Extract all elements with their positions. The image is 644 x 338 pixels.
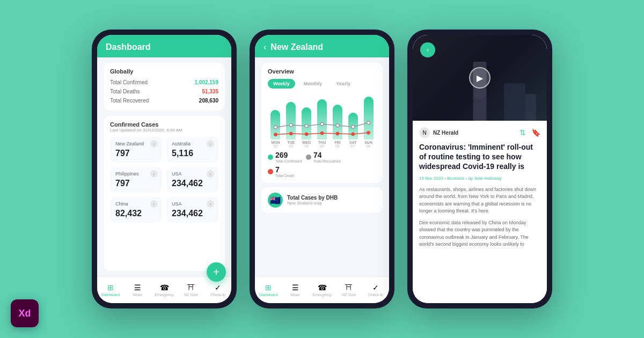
- phone-1-screen: Dashboard Globally Total Confirmed 1,002…: [97, 35, 231, 303]
- day-group-sat: SAT07: [345, 141, 361, 148]
- p2-nav-dashboard[interactable]: ⊞ Dashboard: [255, 283, 282, 297]
- p2-nzgovt-icon: ⛩: [345, 283, 353, 292]
- card-usa1[interactable]: i USA 234,462: [166, 167, 218, 193]
- p3-body2: Dire economic data released by China on …: [419, 219, 540, 248]
- day-num-sun: 08: [367, 144, 371, 148]
- day-group-tue: TUE03: [283, 141, 299, 148]
- p1-confirmed-section: Confirmed Cases Last Updated on 31/03/20…: [104, 116, 225, 271]
- p2-nav-news[interactable]: ☰ News: [282, 283, 309, 297]
- decoration-building: [504, 83, 525, 121]
- card-usa2[interactable]: i USA 234,462: [166, 197, 218, 223]
- day-label-fri: FRI: [334, 141, 340, 144]
- nav-checkin[interactable]: ✓ Check-In: [204, 283, 231, 297]
- p3-back-button[interactable]: ‹: [420, 42, 435, 57]
- p2-back-button[interactable]: ‹: [264, 42, 266, 52]
- p2-nav-news-label: News: [290, 293, 300, 297]
- bar-group-fri: [330, 105, 345, 139]
- share-icon[interactable]: ⇅: [519, 128, 526, 137]
- p2-nav-emergency[interactable]: ☎ Emergency: [309, 283, 335, 297]
- play-button[interactable]: ▶: [469, 67, 491, 89]
- stat-death-item: 7 Total Death: [268, 165, 294, 178]
- nav-nzgovt[interactable]: ⛩ NZ Govt: [178, 283, 204, 297]
- p2-news-icon: ☰: [292, 283, 299, 292]
- day-num-tue: 03: [289, 144, 293, 148]
- bookmark-icon[interactable]: 🔖: [531, 128, 540, 137]
- bar-thu: [317, 99, 327, 139]
- phone-1: Dashboard Globally Total Confirmed 1,002…: [92, 30, 237, 308]
- card-cn[interactable]: i China 82,432: [110, 197, 162, 223]
- card-cn-info-icon: i: [150, 200, 158, 208]
- nzgovt-icon: ⛩: [187, 283, 195, 292]
- card-ph[interactable]: i Philippines 797: [110, 167, 162, 193]
- p1-globally-title: Globally: [110, 68, 218, 75]
- death-dot: [268, 169, 273, 174]
- bar-group-thu: [314, 99, 330, 139]
- p3-image-area: ‹ ▶: [413, 35, 547, 121]
- p3-meta: 15 Mar 2020 • Business • by Julie Hollow…: [419, 176, 540, 181]
- dhb-subtitle: New Zealand map: [287, 201, 338, 205]
- p2-nav-nzgovt-label: NZ Govt: [342, 293, 356, 297]
- stat-confirmed-row: Total Confirmed 1,002,159: [110, 78, 218, 87]
- p1-content: Globally Total Confirmed 1,002,159 Total…: [97, 57, 231, 276]
- nav-news[interactable]: ☰ News: [124, 283, 151, 297]
- p2-chart: MON02TUE03WED04THU05FRI06SAT07SUN08: [268, 94, 376, 148]
- p3-source-left: N NZ Herald: [419, 127, 458, 138]
- p2-nav-emergency-label: Emergency: [312, 293, 331, 297]
- card-usa1-info-icon: i: [207, 170, 214, 178]
- day-group-sun: SUN08: [361, 141, 376, 148]
- p3-headline: Coronavirus: 'Imminent' roll-out of rout…: [419, 142, 540, 172]
- p2-overview-card: Overview Weekly Monthly Yearly MON02TUE0…: [261, 63, 383, 183]
- stat-recovered-item: 74 Total Recovered: [306, 151, 341, 163]
- card-usa1-number: 234,462: [172, 179, 213, 188]
- death-info: 7 Total Death: [275, 165, 294, 178]
- p2-stats-row: 269 Total Confirmed 74 Total Recovered: [268, 151, 376, 163]
- day-label-mon: MON: [271, 141, 280, 144]
- card-au[interactable]: i Australia 5,116: [166, 137, 218, 163]
- emergency-icon: ☎: [160, 283, 169, 292]
- tab-monthly[interactable]: Monthly: [298, 79, 328, 89]
- day-label-tue: TUE: [287, 141, 295, 144]
- day-group-wed: WED04: [299, 141, 314, 148]
- card-au-number: 5,116: [172, 149, 213, 158]
- p2-dhb-card[interactable]: 🇳🇿 Total Cases by DHB New Zealand map: [261, 187, 383, 213]
- card-nz[interactable]: i New Zealand 797: [110, 137, 162, 163]
- bar-group-sun: [361, 97, 376, 139]
- fab-button[interactable]: +: [207, 262, 226, 282]
- phone-3: ‹ ▶ N NZ Herald ⇅ 🔖: [407, 30, 552, 308]
- tab-yearly[interactable]: Yearly: [331, 79, 356, 89]
- recovered-dot: [306, 155, 311, 160]
- bar-sun: [364, 97, 374, 139]
- nav-dashboard[interactable]: ⊞ Dashboard: [97, 283, 124, 297]
- card-usa2-number: 234,462: [172, 209, 213, 218]
- p1-confirmed-title: Confirmed Cases: [110, 121, 218, 128]
- stat-deaths-value: 51,335: [202, 89, 218, 94]
- death-number: 7: [275, 165, 294, 174]
- source-logo: N: [419, 127, 430, 138]
- p1-title: Dashboard: [106, 42, 223, 52]
- bar-group-sat: [345, 113, 361, 139]
- card-cn-number: 82,432: [115, 209, 157, 218]
- p2-nav-nzgovt[interactable]: ⛩ NZ Govt: [335, 283, 362, 297]
- nav-emergency-label: Emergency: [155, 293, 173, 297]
- bar-group-wed: [299, 107, 314, 139]
- tab-weekly[interactable]: Weekly: [268, 79, 295, 89]
- recovered-info: 74 Total Recovered: [313, 151, 341, 163]
- stat-confirmed-value: 1,002,159: [195, 79, 219, 85]
- nav-news-label: News: [133, 293, 142, 297]
- card-nz-info-icon: i: [150, 140, 158, 148]
- bar-group-tue: [283, 102, 299, 139]
- chart-bars: [268, 94, 376, 139]
- card-au-info-icon: i: [207, 140, 214, 148]
- p2-nav-checkin[interactable]: ✓ Check-In: [362, 283, 389, 297]
- stat-deaths-row: Total Deaths 51,335: [110, 87, 218, 96]
- p1-cards-grid: i New Zealand 797 i Australia 5,116 i: [110, 137, 218, 223]
- p2-nav-dashboard-label: Dashboard: [259, 293, 277, 297]
- nav-emergency[interactable]: ☎ Emergency: [151, 283, 178, 297]
- day-group-fri: FRI06: [330, 141, 345, 148]
- dhb-title: Total Cases by DHB: [287, 195, 338, 201]
- day-label-sat: SAT: [349, 141, 356, 144]
- day-group-thu: THU05: [314, 141, 330, 148]
- confirmed-stat-label: Total Confirmed: [275, 159, 302, 163]
- bar-wed: [302, 107, 311, 139]
- day-num-mon: 02: [274, 144, 278, 148]
